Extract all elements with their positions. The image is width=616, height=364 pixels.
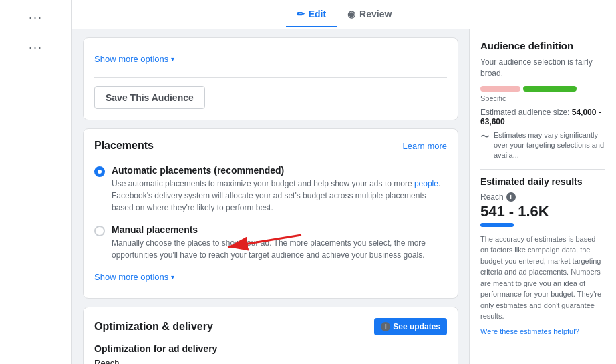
gauge-bar-green — [523, 86, 577, 92]
reach-value: 541 - 1.6K — [480, 203, 605, 220]
manual-desc: Manually choose the places to show your … — [112, 238, 426, 260]
gauge-container — [480, 86, 605, 92]
automatic-placements-content: Automatic placements (recommended) Use a… — [112, 165, 447, 214]
estimated-size-label: Estimated audience size: 54,000 - 63,600 — [480, 108, 605, 126]
see-updates-button[interactable]: i See updates — [374, 318, 447, 335]
audience-broad-text: Your audience selection is fairly broad. — [480, 57, 605, 79]
right-divider — [480, 169, 605, 170]
manual-radio[interactable] — [94, 226, 105, 236]
optimization-header: Optimization & delivery i See updates — [94, 318, 447, 335]
edit-tab-label: Edit — [309, 9, 326, 19]
helpful-link[interactable]: Were these estimates helpful? — [480, 327, 579, 335]
scroll-area: Show more options ▾ Save This Audience P… — [72, 29, 616, 364]
estimates-icon: 〜 — [480, 130, 490, 144]
specific-label: Specific — [480, 94, 605, 102]
audience-definition-title: Audience definition — [480, 40, 605, 51]
center-panel: Show more options ▾ Save This Audience P… — [72, 29, 469, 364]
placements-card: Placements Learn more Automatic placemen… — [83, 128, 458, 299]
sidebar: ··· ··· — [0, 0, 72, 364]
people-link[interactable]: people — [414, 179, 438, 188]
see-updates-label: See updates — [393, 322, 440, 331]
show-more-options-audience[interactable]: Show more options ▾ — [94, 49, 447, 69]
automatic-placements-option[interactable]: Automatic placements (recommended) Use a… — [94, 160, 447, 219]
optimization-for-delivery-label: Optimization for ad delivery — [94, 343, 447, 354]
top-nav: ✏ Edit ◉ Review — [72, 0, 616, 29]
chevron-down-icon: ▾ — [171, 55, 174, 63]
placements-header: Placements Learn more — [94, 140, 447, 152]
tab-review[interactable]: ◉ Review — [337, 2, 402, 27]
reach-label-main: Reach — [94, 358, 447, 364]
sidebar-item-2[interactable]: ··· — [0, 35, 71, 60]
show-more-placements-label: Show more options — [94, 272, 168, 282]
dots-icon-1: ··· — [29, 11, 43, 25]
estimates-warning-text: Estimates may vary significantly over yo… — [494, 130, 605, 161]
placements-title: Placements — [94, 140, 154, 152]
optimization-card: Optimization & delivery i See updates Op… — [83, 307, 458, 364]
gauge-bar-red — [480, 86, 520, 92]
save-audience-button[interactable]: Save This Audience — [94, 86, 205, 109]
daily-results-title: Estimated daily results — [480, 176, 605, 187]
manual-label: Manual placements — [112, 224, 447, 235]
divider-1 — [94, 77, 447, 78]
manual-placements-content: Manual placements Manually choose the pl… — [112, 224, 447, 261]
tab-edit[interactable]: ✏ Edit — [286, 2, 337, 27]
reach-bar — [480, 223, 514, 227]
dots-icon-2: ··· — [29, 41, 43, 55]
sidebar-item-1[interactable]: ··· — [0, 5, 71, 30]
automatic-radio[interactable] — [94, 166, 105, 177]
show-more-options-placements[interactable]: Show more options ▾ — [94, 266, 447, 287]
automatic-label: Automatic placements (recommended) — [112, 165, 447, 176]
show-more-label: Show more options — [94, 54, 168, 64]
learn-more-link[interactable]: Learn more — [403, 141, 447, 151]
accuracy-text: The accuracy of estimates is based on fa… — [480, 234, 605, 322]
right-panel: Audience definition Your audience select… — [469, 29, 616, 364]
review-icon: ◉ — [347, 9, 355, 19]
reach-label-right: Reach i — [480, 192, 605, 202]
manual-placements-option[interactable]: Manual placements Manually choose the pl… — [94, 219, 447, 266]
estimates-warning: 〜 Estimates may vary significantly over … — [480, 130, 605, 161]
edit-icon: ✏ — [297, 9, 305, 19]
manual-placements-wrapper: Manual placements Manually choose the pl… — [94, 219, 447, 266]
reach-info-icon: i — [506, 192, 516, 202]
info-icon: i — [381, 322, 390, 331]
optimization-title: Optimization & delivery — [94, 321, 213, 333]
automatic-desc-text1: Use automatic placements to maximize you… — [112, 179, 414, 188]
main-content: ✏ Edit ◉ Review Show more options ▾ Save… — [72, 0, 616, 364]
automatic-desc: Use automatic placements to maximize you… — [112, 179, 440, 212]
audience-card: Show more options ▾ Save This Audience — [83, 37, 458, 120]
review-tab-label: Review — [359, 9, 392, 19]
chevron-down-icon-placements: ▾ — [171, 273, 174, 281]
